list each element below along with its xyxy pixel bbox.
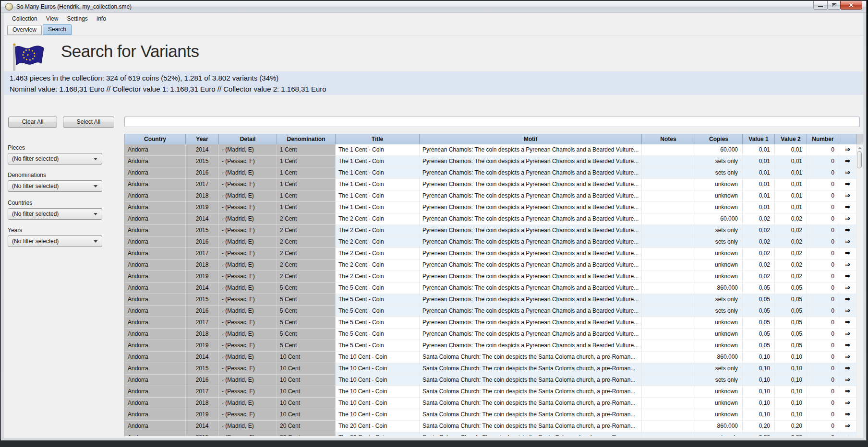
table-row[interactable]: Andorra2019- (Pessac, F)10 CentThe 10 Ce… — [125, 409, 856, 421]
open-variant-arrow-icon[interactable]: ⇒ — [839, 363, 856, 375]
open-variant-arrow-icon[interactable]: ⇒ — [839, 202, 856, 213]
table-row[interactable]: Andorra2016- (Madrid, E)10 CentThe 10 Ce… — [125, 375, 856, 386]
table-row[interactable]: Andorra2014- (Madrid, E)2 CentThe 2 Cent… — [125, 213, 856, 225]
open-variant-arrow-icon[interactable]: ⇒ — [839, 306, 856, 317]
table-row[interactable]: Andorra2018- (Madrid, E)1 CentThe 1 Cent… — [125, 190, 856, 202]
menu-info[interactable]: Info — [92, 14, 110, 24]
open-variant-arrow-icon[interactable]: ⇒ — [839, 167, 856, 179]
cell-denomination: 5 Cent — [277, 294, 336, 306]
table-row[interactable]: Andorra2017- (Pessac, F)2 CentThe 2 Cent… — [125, 248, 856, 259]
menu-collection[interactable]: Collection — [8, 14, 42, 24]
open-variant-arrow-icon[interactable]: ⇒ — [839, 248, 856, 259]
open-variant-arrow-icon[interactable]: ⇒ — [839, 317, 856, 329]
close-button[interactable]: ✕ — [840, 1, 862, 10]
cell-motif: Santa Coloma Church: The coin despicts t… — [420, 398, 642, 409]
table-row[interactable]: Andorra2015- (Pessac, F)1 CentThe 1 Cent… — [125, 156, 856, 167]
cell-number: 0 — [807, 179, 839, 190]
table-row[interactable]: Andorra2018- (Madrid, E)5 CentThe 5 Cent… — [125, 329, 856, 340]
open-variant-arrow-icon[interactable]: ⇒ — [839, 271, 856, 282]
open-variant-arrow-icon[interactable]: ⇒ — [839, 409, 856, 421]
open-variant-arrow-icon[interactable]: ⇒ — [839, 190, 856, 202]
column-header-number[interactable]: Number — [807, 134, 839, 144]
cell-value1: 0,01 — [743, 202, 775, 213]
open-variant-arrow-icon[interactable]: ⇒ — [839, 375, 856, 386]
table-row[interactable]: Andorra2014- (Madrid, E)1 CentThe 1 Cent… — [125, 144, 856, 156]
table-row[interactable]: Andorra2015- (Pessac, F)20 CentThe 20 Ce… — [125, 432, 856, 436]
table-row[interactable]: Andorra2016- (Madrid, E)1 CentThe 1 Cent… — [125, 167, 856, 179]
table-row[interactable]: Andorra2017- (Pessac, F)10 CentThe 10 Ce… — [125, 386, 856, 398]
cell-detail: - (Madrid, E) — [219, 144, 277, 156]
column-header-country[interactable]: Country — [125, 134, 186, 144]
minimize-button[interactable] — [813, 1, 828, 10]
open-variant-arrow-icon[interactable]: ⇒ — [839, 421, 856, 432]
table-row[interactable]: Andorra2019- (Pessac, F)5 CentThe 5 Cent… — [125, 340, 856, 352]
table-row[interactable]: Andorra2014- (Madrid, E)5 CentThe 5 Cent… — [125, 282, 856, 294]
column-header-detail[interactable]: Detail — [219, 134, 277, 144]
column-header-denomination[interactable]: Denomination — [277, 134, 336, 144]
countries-filter-dropdown[interactable]: (No filter selected) — [8, 208, 102, 220]
table-row[interactable]: Andorra2017- (Pessac, F)5 CentThe 5 Cent… — [125, 317, 856, 329]
scroll-up-icon[interactable] — [858, 147, 862, 149]
column-header-notes[interactable]: Notes — [642, 134, 695, 144]
cell-year: 2014 — [186, 282, 219, 294]
cell-denomination: 2 Cent — [277, 259, 336, 271]
table-row[interactable]: Andorra2015- (Pessac, F)5 CentThe 5 Cent… — [125, 294, 856, 306]
open-variant-arrow-icon[interactable]: ⇒ — [839, 225, 856, 236]
open-variant-arrow-icon[interactable]: ⇒ — [839, 236, 856, 248]
open-variant-arrow-icon[interactable]: ⇒ — [839, 282, 856, 294]
cell-number: 0 — [807, 225, 839, 236]
open-variant-arrow-icon[interactable]: ⇒ — [839, 340, 856, 352]
open-variant-arrow-icon[interactable]: ⇒ — [839, 144, 856, 156]
stats-line-values: Nominal value: 1.168,31 Euro // Collecto… — [10, 83, 863, 94]
column-header-value2[interactable]: Value 2 — [775, 134, 807, 144]
scrollbar-thumb[interactable] — [857, 151, 862, 168]
table-row[interactable]: Andorra2014- (Madrid, E)20 CentThe 20 Ce… — [125, 421, 856, 432]
column-header-copies[interactable]: Copies — [695, 134, 743, 144]
select-all-button[interactable]: Select All — [63, 117, 114, 128]
table-row[interactable]: Andorra2016- (Madrid, E)2 CentThe 2 Cent… — [125, 236, 856, 248]
open-variant-arrow-icon[interactable]: ⇒ — [839, 294, 856, 306]
column-header-value1[interactable]: Value 1 — [743, 134, 775, 144]
open-variant-arrow-icon[interactable]: ⇒ — [839, 352, 856, 363]
cell-country: Andorra — [125, 271, 186, 282]
cell-number: 0 — [807, 248, 839, 259]
open-variant-arrow-icon[interactable]: ⇒ — [839, 398, 856, 409]
menu-settings[interactable]: Settings — [63, 14, 92, 24]
column-header-actions[interactable] — [839, 134, 856, 144]
table-scrollbar[interactable] — [856, 134, 863, 436]
open-variant-arrow-icon[interactable]: ⇒ — [839, 156, 856, 167]
cell-copies: unknown — [695, 329, 743, 340]
pieces-filter-dropdown[interactable]: (No filter selected) — [8, 153, 102, 165]
tab-search[interactable]: Search — [43, 24, 72, 35]
cell-title: The 5 Cent - Coin — [336, 294, 420, 306]
table-row[interactable]: Andorra2015- (Pessac, F)2 CentThe 2 Cent… — [125, 225, 856, 236]
open-variant-arrow-icon[interactable]: ⇒ — [839, 179, 856, 190]
table-row[interactable]: Andorra2018- (Madrid, E)10 CentThe 10 Ce… — [125, 398, 856, 409]
open-variant-arrow-icon[interactable]: ⇒ — [839, 259, 856, 271]
search-input[interactable] — [124, 117, 860, 127]
table-row[interactable]: Andorra2014- (Madrid, E)10 CentThe 10 Ce… — [125, 352, 856, 363]
tab-overview[interactable]: Overview — [7, 25, 42, 35]
column-header-year[interactable]: Year — [186, 134, 219, 144]
open-variant-arrow-icon[interactable]: ⇒ — [839, 432, 856, 436]
countries-filter-value: (No filter selected) — [12, 211, 59, 217]
cell-motif: Santa Coloma Church: The coin despicts t… — [420, 363, 642, 375]
clear-all-button[interactable]: Clear All — [8, 117, 57, 128]
open-variant-arrow-icon[interactable]: ⇒ — [839, 329, 856, 340]
column-header-title[interactable]: Title — [336, 134, 420, 144]
open-variant-arrow-icon[interactable]: ⇒ — [839, 386, 856, 398]
menu-view[interactable]: View — [42, 14, 63, 24]
table-row[interactable]: Andorra2019- (Pessac, F)2 CentThe 2 Cent… — [125, 271, 856, 282]
table-row[interactable]: Andorra2017- (Pessac, F)1 CentThe 1 Cent… — [125, 179, 856, 190]
table-row[interactable]: Andorra2016- (Madrid, E)5 CentThe 5 Cent… — [125, 306, 856, 317]
column-header-motif[interactable]: Motif — [420, 134, 642, 144]
table-row[interactable]: Andorra2015- (Pessac, F)10 CentThe 10 Ce… — [125, 363, 856, 375]
maximize-button[interactable] — [827, 1, 841, 10]
open-variant-arrow-icon[interactable]: ⇒ — [839, 213, 856, 225]
years-filter-dropdown[interactable]: (No filter selected) — [8, 235, 102, 247]
table-row[interactable]: Andorra2018- (Madrid, E)2 CentThe 2 Cent… — [125, 259, 856, 271]
table-row[interactable]: Andorra2019- (Pessac, F)1 CentThe 1 Cent… — [125, 202, 856, 213]
denominations-filter-dropdown[interactable]: (No filter selected) — [8, 180, 102, 192]
title-bar[interactable]: So Many Euros (Hendrik, my_collection.sm… — [1, 1, 866, 13]
cell-denomination: 10 Cent — [277, 375, 336, 386]
